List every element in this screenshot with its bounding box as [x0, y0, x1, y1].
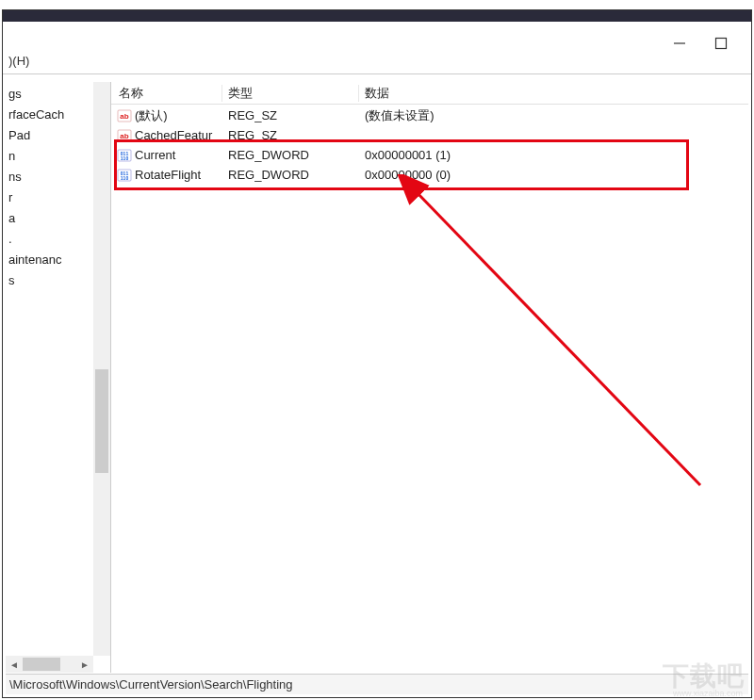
- status-path: \Microsoft\Windows\CurrentVersion\Search…: [9, 677, 293, 692]
- column-name[interactable]: 名称: [111, 85, 222, 102]
- column-type[interactable]: 类型: [222, 85, 359, 102]
- row-data: 0x00000000 (0): [359, 168, 748, 182]
- minimize-button[interactable]: [673, 37, 686, 50]
- row-name: (默认): [135, 107, 168, 124]
- row-data: 0x00000001 (1): [359, 148, 748, 162]
- scrollbar-thumb[interactable]: [23, 658, 60, 671]
- list-rows: ab (默认) REG_SZ (数值未设置) ab CachedFeatur R…: [111, 105, 748, 185]
- scrollbar-horizontal[interactable]: ◄ ►: [6, 656, 93, 673]
- scrollbar-vertical[interactable]: [93, 82, 110, 656]
- list-row[interactable]: 011110 RotateFlight REG_DWORD 0x00000000…: [111, 165, 748, 185]
- svg-text:ab: ab: [120, 132, 128, 140]
- row-data: (数值未设置): [359, 107, 748, 124]
- scrollbar-thumb[interactable]: [95, 369, 108, 473]
- list-row[interactable]: 011110 Current REG_DWORD 0x00000001 (1): [111, 145, 748, 165]
- status-bar: \Microsoft\Windows\CurrentVersion\Search…: [6, 674, 748, 694]
- list-panel: 名称 类型 数据 ab (默认) REG_SZ (数值未设置): [111, 82, 748, 673]
- string-value-icon: ab: [117, 128, 132, 143]
- svg-text:110: 110: [121, 155, 129, 161]
- scroll-left-icon[interactable]: ◄: [6, 659, 23, 670]
- string-value-icon: ab: [117, 108, 132, 123]
- dword-value-icon: 011110: [117, 168, 132, 183]
- scroll-right-icon[interactable]: ►: [76, 659, 93, 670]
- svg-rect-1: [716, 39, 727, 49]
- row-name: RotateFlight: [135, 168, 201, 182]
- window-controls: [673, 37, 728, 50]
- maximize-button[interactable]: [714, 37, 728, 50]
- row-type: REG_DWORD: [222, 168, 359, 182]
- svg-text:ab: ab: [120, 112, 128, 121]
- row-type: REG_SZ: [222, 108, 359, 122]
- list-row[interactable]: ab (默认) REG_SZ (数值未设置): [111, 106, 748, 125]
- tree-panel[interactable]: gs rfaceCach Pad n ns r a .: [6, 82, 111, 673]
- row-name: CachedFeatur: [135, 128, 212, 142]
- dword-value-icon: 011110: [117, 148, 132, 163]
- row-type: REG_DWORD: [222, 148, 359, 162]
- row-type: REG_SZ: [222, 128, 359, 142]
- list-header: 名称 类型 数据: [111, 82, 748, 105]
- row-name: Current: [135, 148, 175, 162]
- list-row[interactable]: ab CachedFeatur REG_SZ: [111, 125, 748, 145]
- svg-text:110: 110: [121, 175, 129, 181]
- column-data[interactable]: 数据: [359, 85, 748, 102]
- menu-bar: )(H): [3, 50, 751, 74]
- titlebar: [3, 10, 751, 22]
- menu-help[interactable]: )(H): [8, 54, 29, 68]
